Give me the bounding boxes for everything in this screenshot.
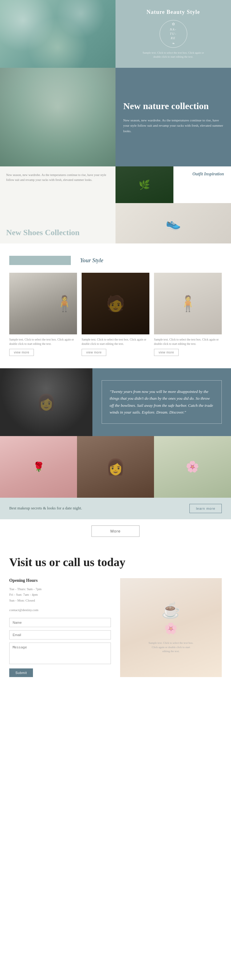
your-style-bar xyxy=(9,256,71,265)
style-item-1: 🧍 Sample text. Click to select the text … xyxy=(9,273,77,356)
style-person-2: 🧑 xyxy=(82,273,149,334)
contact-image: ☕ 🌸 Sample text. Click to select the tex… xyxy=(120,578,222,677)
petals-icon: 🌸 xyxy=(164,622,178,635)
outfit-inspiration-label: Outfit Inspiration xyxy=(190,171,226,177)
portrait-visual: 👩 xyxy=(0,368,92,436)
plant-icon: 🌿 xyxy=(139,179,150,190)
email-field[interactable] xyxy=(9,630,111,640)
gallery-section: 🌹 👩 🌸 xyxy=(0,436,231,498)
more-section: More xyxy=(0,519,231,543)
flower-icon: 🌹 xyxy=(33,461,44,472)
opening-hours-title: Opening Hours xyxy=(9,578,111,583)
more-button[interactable]: More xyxy=(92,525,139,537)
plant-img: 🌿 xyxy=(115,166,173,203)
person-silhouette-3: 🧍 xyxy=(178,294,198,312)
shoes-collection-title: New Shoes Collection xyxy=(6,228,109,237)
contact-grid: Opening Hours Tue - Thurs: 9am - 7pmFri … xyxy=(9,578,222,677)
quote-box: "Twenty years from now you will be more … xyxy=(102,380,222,423)
message-field[interactable] xyxy=(9,643,111,664)
hero-flowers-bg xyxy=(0,0,115,68)
collection-desc: New season, new wardrobe. As the tempera… xyxy=(123,118,223,134)
quote-content: "Twenty years from now you will be more … xyxy=(92,368,231,436)
emblem-leaf-top: ✿ xyxy=(172,22,175,27)
style-caption-3: Sample text. Click to select the text bo… xyxy=(154,337,222,347)
person-silhouette-1: 🧍 xyxy=(55,294,74,312)
opening-hours-text: Tue - Thurs: 9am - 7pmFri - Sun: 7am - 4… xyxy=(9,586,111,603)
style-item-2: 🧑 Sample text. Click to select the text … xyxy=(82,273,149,356)
style-caption-1: Sample text. Click to select the text bo… xyxy=(9,337,77,347)
submit-button[interactable]: Submit xyxy=(9,668,33,677)
sub-left-text: New season, new wardrobe. As the tempera… xyxy=(6,173,109,183)
contact-title: Visit us or call us today xyxy=(9,555,222,569)
hero-right: Nature Beauty Style ✿ NA-TU-RE ❧ Sample … xyxy=(115,0,231,68)
collection-left xyxy=(0,68,115,166)
white-flower-icon: 🌸 xyxy=(186,460,199,473)
coffee-icon: ☕ xyxy=(161,601,180,619)
quote-portrait: 👩 xyxy=(0,368,92,436)
hero-sample-text: Sample text. Click to select the text bo… xyxy=(142,51,204,59)
contact-sample-text: Sample text. Click to select the text bo… xyxy=(148,641,194,654)
person-silhouette-2: 🧑 xyxy=(106,294,125,312)
collection-title: New nature collection xyxy=(123,100,223,111)
contact-form: Submit xyxy=(9,618,111,677)
hero-section: Nature Beauty Style ✿ NA-TU-RE ❧ Sample … xyxy=(0,0,231,68)
contact-left: Opening Hours Tue - Thurs: 9am - 7pmFri … xyxy=(9,578,111,677)
view-more-btn-1[interactable]: view more xyxy=(9,349,34,356)
contact-section: Visit us or call us today Opening Hours … xyxy=(0,543,231,689)
style-person-3: 🧍 xyxy=(154,273,222,334)
portrait-icon: 👩 xyxy=(106,458,125,476)
contact-right: ☕ 🌸 Sample text. Click to select the tex… xyxy=(120,578,222,677)
your-style-header: Your Style xyxy=(9,256,222,265)
style-caption-2: Sample text. Click to select the text bo… xyxy=(82,337,149,347)
hero-left xyxy=(0,0,115,68)
view-more-btn-2[interactable]: view more xyxy=(82,349,106,356)
gallery-img-portrait: 👩 xyxy=(77,436,154,498)
quote-text: "Twenty years from now you will be more … xyxy=(110,388,214,415)
contact-email: contact@destiny.com xyxy=(9,608,111,612)
your-style-section: Your Style 🧍 Sample text. Click to selec… xyxy=(0,243,231,362)
style-img-3: 🧍 xyxy=(154,273,222,334)
learn-more-banner: Best makeup secrets & looks for a date n… xyxy=(0,498,231,519)
view-more-btn-3[interactable]: view more xyxy=(154,349,179,356)
sub-left: New season, new wardrobe. As the tempera… xyxy=(0,166,115,243)
name-field[interactable] xyxy=(9,618,111,627)
gallery-img-white-flowers: 🌸 xyxy=(154,436,231,498)
learn-more-text: Best makeup secrets & looks for a date n… xyxy=(9,506,82,511)
emblem-text: NA-TU-RE xyxy=(170,27,177,40)
gallery-img-flowers: 🌹 xyxy=(0,436,77,498)
style-grid: 🧍 Sample text. Click to select the text … xyxy=(9,273,222,356)
sub-right: Outfit Inspiration 🌿 👟 xyxy=(115,166,231,243)
style-item-3: 🧍 Sample text. Click to select the text … xyxy=(154,273,222,356)
hero-right-title: Nature Beauty Style xyxy=(147,9,200,16)
collection-right: New nature collection New season, new wa… xyxy=(115,68,231,166)
your-style-title: Your Style xyxy=(80,257,103,264)
sub-collection-row: New season, new wardrobe. As the tempera… xyxy=(0,166,231,243)
nature-emblem: ✿ NA-TU-RE ❧ xyxy=(160,20,187,48)
shoes-img: 👟 xyxy=(115,203,231,243)
collection-section: New nature collection New season, new wa… xyxy=(0,68,231,166)
quote-section: 👩 "Twenty years from now you will be mor… xyxy=(0,368,231,436)
emblem-leaf-bottom: ❧ xyxy=(172,41,175,46)
woman-photo xyxy=(0,68,115,166)
learn-more-button[interactable]: learn more xyxy=(190,504,222,513)
style-img-1: 🧍 xyxy=(9,273,77,334)
style-img-2: 🧑 xyxy=(82,273,149,334)
style-person-1: 🧍 xyxy=(9,273,77,334)
shoe-icon: 👟 xyxy=(166,216,181,231)
